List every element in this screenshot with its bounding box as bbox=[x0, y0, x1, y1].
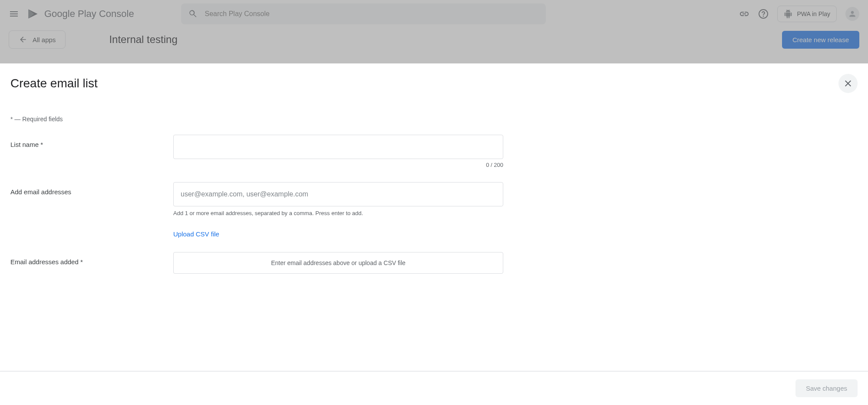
required-fields-note: * — Required fields bbox=[10, 116, 858, 123]
modal-title: Create email list bbox=[10, 76, 98, 90]
list-name-label: List name * bbox=[10, 135, 173, 148]
save-changes-button[interactable]: Save changes bbox=[795, 379, 858, 397]
create-email-list-modal: Create email list * — Required fields Li… bbox=[0, 63, 868, 405]
emails-added-label: Email addresses added * bbox=[10, 252, 173, 266]
modal-backdrop bbox=[0, 0, 868, 63]
list-name-input[interactable] bbox=[173, 135, 503, 159]
upload-csv-link[interactable]: Upload CSV file bbox=[173, 230, 219, 238]
list-name-char-count: 0 / 200 bbox=[173, 162, 503, 168]
emails-added-empty-state: Enter email addresses above or upload a … bbox=[173, 252, 503, 274]
add-emails-helper: Add 1 or more email addresses, separated… bbox=[173, 210, 503, 216]
close-icon bbox=[843, 78, 853, 89]
close-button[interactable] bbox=[838, 74, 858, 93]
modal-footer: Save changes bbox=[0, 371, 868, 405]
add-emails-input[interactable] bbox=[173, 182, 503, 206]
add-emails-label: Add email addresses bbox=[10, 182, 173, 196]
